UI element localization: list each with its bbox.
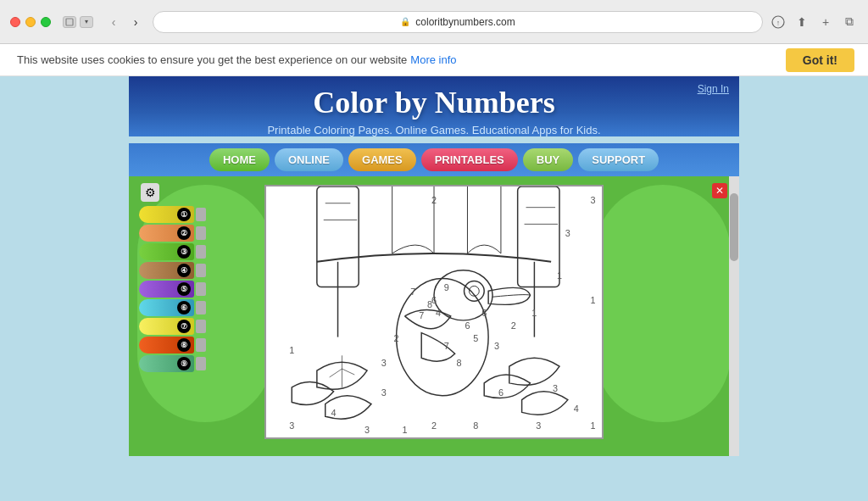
svg-text:9: 9 — [444, 282, 449, 292]
decoration-blob-right — [595, 185, 731, 422]
browser-chrome: ▾ ‹ › 🔒 coloritbynumbers.com ↑ ⬆ + ⧉ — [0, 0, 868, 44]
site-title: Color by Numbers — [146, 86, 722, 120]
svg-text:7: 7 — [410, 287, 415, 297]
svg-text:5: 5 — [473, 332, 478, 342]
window-tab-button[interactable] — [63, 16, 76, 28]
forward-button[interactable]: › — [125, 12, 146, 32]
svg-text:6: 6 — [465, 320, 470, 330]
paint-tube-7[interactable]: ⑦ — [139, 318, 206, 335]
svg-text:2: 2 — [431, 420, 437, 431]
window-buttons: ▾ — [63, 16, 93, 28]
svg-text:3: 3 — [381, 358, 387, 368]
svg-text:7: 7 — [419, 309, 424, 320]
back-button[interactable]: ‹ — [103, 12, 124, 32]
svg-text:1: 1 — [289, 345, 294, 355]
svg-text:4: 4 — [574, 404, 579, 414]
nav-buy-button[interactable]: BUY — [523, 148, 573, 171]
sign-in-link[interactable]: Sign In — [698, 83, 729, 95]
svg-text:4: 4 — [331, 408, 337, 418]
paint-tube-2[interactable]: ② — [139, 225, 206, 242]
scrollbar[interactable] — [729, 176, 739, 456]
svg-text:2: 2 — [511, 320, 516, 330]
cookie-banner: This website uses cookies to ensure you … — [0, 44, 868, 76]
nav-printables-button[interactable]: PRINTABLES — [421, 148, 518, 171]
upload-icon[interactable]: ⬆ — [793, 14, 810, 31]
svg-text:2: 2 — [394, 332, 399, 342]
svg-text:6: 6 — [431, 295, 437, 305]
coloring-page[interactable]: 3 2 3 1 1 1 2 7 8 9 6 7 4 2 1 3 7 — [264, 185, 604, 439]
paint-tube-4[interactable]: ④ — [139, 262, 206, 279]
url-text: coloritbynumbers.com — [415, 16, 515, 28]
svg-text:3: 3 — [289, 420, 294, 431]
svg-text:1: 1 — [590, 420, 595, 431]
svg-text:3: 3 — [553, 382, 558, 392]
cookie-text: This website uses cookies to ensure you … — [17, 53, 407, 66]
minimize-window-button[interactable] — [25, 17, 36, 27]
paint-tube-9[interactable]: ⑨ — [139, 355, 206, 372]
more-info-link[interactable]: More info — [410, 53, 456, 66]
svg-rect-0 — [66, 19, 73, 25]
settings-icon[interactable]: ⚙ — [141, 183, 159, 202]
svg-text:1: 1 — [557, 270, 562, 280]
svg-text:6: 6 — [481, 308, 487, 318]
svg-text:7: 7 — [444, 341, 449, 351]
nav-support-button[interactable]: SUPPORT — [578, 148, 659, 171]
svg-text:8: 8 — [473, 420, 478, 431]
svg-text:8: 8 — [457, 358, 462, 368]
window-chevron-button[interactable]: ▾ — [80, 16, 93, 28]
nav-arrows: ‹ › — [103, 12, 146, 32]
svg-text:3: 3 — [565, 228, 570, 238]
main-content: Sign In Color by Numbers Printable Color… — [0, 76, 868, 501]
toolbar-right: ↑ ⬆ + ⧉ — [770, 14, 858, 31]
scrollbar-thumb[interactable] — [730, 193, 738, 261]
site-header: Sign In Color by Numbers Printable Color… — [129, 76, 739, 136]
paint-tube-3[interactable]: ③ — [139, 243, 206, 260]
close-window-button[interactable] — [10, 17, 20, 27]
paint-tube-8[interactable]: ⑧ — [139, 337, 206, 353]
svg-text:3: 3 — [494, 341, 499, 351]
svg-text:1: 1 — [590, 295, 595, 305]
paint-tube-1[interactable]: ① — [139, 206, 206, 223]
address-bar[interactable]: 🔒 coloritbynumbers.com — [153, 11, 763, 33]
svg-text:3: 3 — [536, 420, 541, 431]
svg-text:3: 3 — [381, 387, 387, 397]
nav-online-button[interactable]: ONLINE — [275, 148, 343, 171]
paint-tube-5[interactable]: ⑤ — [139, 281, 206, 298]
game-area: ⚙ ✕ ① ② ③ — [129, 176, 739, 456]
svg-text:1: 1 — [531, 308, 537, 318]
nav-bar: HOME ONLINE GAMES PRINTABLES BUY SUPPORT — [129, 143, 739, 176]
close-icon[interactable]: ✕ — [712, 183, 727, 198]
share-icon[interactable]: ↑ — [770, 14, 787, 31]
got-it-button[interactable]: Got it! — [786, 48, 854, 72]
site-subtitle: Printable Coloring Pages. Online Games. … — [146, 124, 722, 136]
site-wrapper: Sign In Color by Numbers Printable Color… — [129, 76, 739, 501]
svg-text:6: 6 — [498, 387, 504, 397]
plus-icon[interactable]: + — [817, 14, 834, 31]
svg-text:4: 4 — [436, 308, 441, 318]
maximize-window-button[interactable] — [41, 17, 51, 27]
svg-text:1: 1 — [402, 425, 407, 435]
svg-text:3: 3 — [364, 425, 370, 435]
svg-text:3: 3 — [590, 194, 595, 204]
lock-icon: 🔒 — [400, 17, 410, 26]
coloring-svg: 3 2 3 1 1 1 2 7 8 9 6 7 4 2 1 3 7 — [266, 186, 602, 437]
nav-games-button[interactable]: GAMES — [348, 148, 416, 171]
svg-text:↑: ↑ — [776, 19, 781, 27]
nav-home-button[interactable]: HOME — [209, 148, 270, 171]
copy-icon[interactable]: ⧉ — [841, 14, 858, 31]
paint-tubes-panel: ① ② ③ ④ — [139, 206, 206, 372]
paint-tube-6[interactable]: ⑥ — [139, 299, 206, 316]
traffic-lights — [10, 17, 51, 27]
